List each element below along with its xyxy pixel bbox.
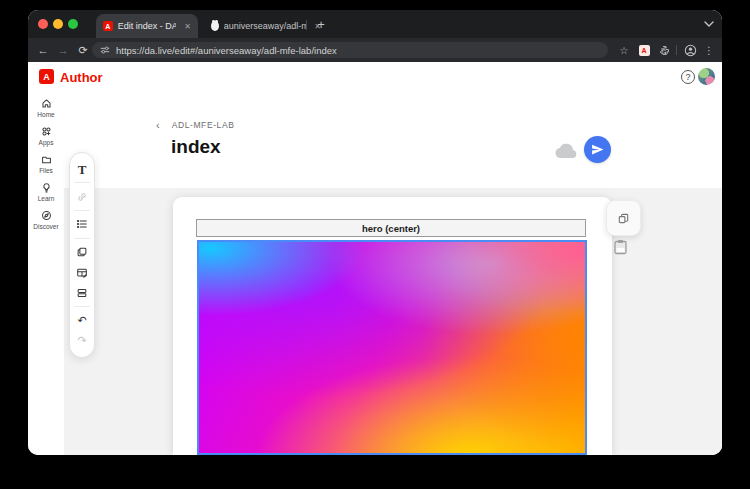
bullet-list-icon [76,218,88,230]
sidebar-item-learn[interactable]: Learn [28,180,64,204]
adobe-extension-icon[interactable]: A [636,38,652,62]
sidebar-item-label: Learn [38,195,55,202]
reload-icon[interactable]: ⟳ [74,38,92,62]
copy-icon [617,212,630,225]
block-header-cell[interactable]: hero (center) [196,219,586,237]
sidebar-item-label: Files [39,167,53,174]
section-rows-icon [76,287,88,299]
traffic-close-button[interactable] [38,19,48,29]
copy-block-tool-button[interactable] [75,245,89,259]
undo-button[interactable]: ↶ [75,314,89,328]
palette-divider [74,306,90,307]
palette-divider [74,210,90,211]
breadcrumb-folder-link[interactable]: ADL-MFE-LAB [172,120,235,130]
github-favicon [211,21,219,31]
app-header: A Author ? [28,62,722,92]
edit-tools-palette: T ↶ ↷ [69,152,95,358]
close-tab-icon[interactable]: ✕ [184,22,191,31]
bookmark-star-icon[interactable]: ☆ [616,38,632,62]
palette-divider [74,238,90,239]
page-title: index [171,136,221,158]
url-text[interactable]: https://da.live/edit#/auniverseaway/adl-… [116,45,337,56]
save-status-cloud-icon [554,143,579,159]
document-page[interactable]: hero (center) [173,197,612,455]
extensions-puzzle-icon[interactable] [656,38,672,62]
link-icon [76,191,88,203]
address-bar[interactable]: https://da.live/edit#/auniverseaway/adl-… [92,42,608,58]
sidebar-item-home[interactable]: Home [28,96,64,120]
home-icon [41,98,52,109]
tab-strip: A Edit index - DA ✕ auniverseaway/adl-mf… [28,10,722,38]
browser-toolbar: ← → ⟳ https://da.live/edit#/auniverseawa… [28,38,722,62]
copy-icon [76,246,88,258]
forward-icon[interactable]: → [54,38,72,62]
folder-icon [41,154,52,165]
sidebar-item-label: Apps [39,139,54,146]
back-icon[interactable]: ← [34,38,52,62]
breadcrumb: ‹ ADL-MFE-LAB [156,119,234,131]
list-tool-button[interactable] [75,217,89,231]
paper-plane-icon [591,143,604,156]
copy-block-action-button[interactable] [606,200,641,236]
paste-clipboard-icon[interactable] [613,239,628,255]
section-tool-button[interactable] [75,286,89,300]
sidebar-item-label: Discover [33,223,58,230]
traffic-minimize-button[interactable] [53,19,63,29]
tab-title: auniverseaway/adl-mfe-lab [224,21,307,31]
hero-gradient-image-selected[interactable] [197,240,587,455]
app-brand-title: Author [60,70,103,85]
help-icon[interactable]: ? [681,70,695,84]
adobe-logo-icon[interactable]: A [39,69,54,84]
back-chevron-icon[interactable]: ‹ [156,119,160,131]
apps-icon [41,126,52,137]
browser-profile-icon[interactable] [682,38,698,62]
tab-github-repo[interactable]: auniverseaway/adl-mfe-lab ✕ [204,14,328,38]
redo-button[interactable]: ↷ [75,334,89,348]
app-main: Home Apps Files Learn Discover T [28,92,722,455]
toolbar-divider [676,45,677,55]
publish-send-button[interactable] [584,136,611,163]
tab-search-chevron-icon[interactable] [700,16,718,32]
palette-divider [74,182,90,183]
adobe-da-favicon: A [103,21,113,31]
tab-divider [306,20,307,30]
new-tab-button[interactable]: + [312,15,330,33]
sidebar-item-apps[interactable]: Apps [28,124,64,148]
compass-icon [41,210,52,221]
sidebar-item-discover[interactable]: Discover [28,208,64,232]
table-tool-button[interactable] [75,266,89,280]
tab-title: Edit index - DA [118,21,177,31]
sidebar-item-files[interactable]: Files [28,152,64,176]
text-style-tool-button[interactable]: T [75,162,89,176]
left-nav-rail: Home Apps Files Learn Discover [28,96,64,232]
table-edit-icon [76,267,88,279]
user-avatar[interactable] [698,68,715,85]
traffic-zoom-button[interactable] [68,19,78,29]
browser-window: A Edit index - DA ✕ auniverseaway/adl-mf… [28,10,722,455]
lightbulb-icon [41,182,52,193]
link-tool-button[interactable] [75,190,89,204]
browser-menu-kebab-icon[interactable]: ⋮ [702,38,716,62]
tab-edit-index[interactable]: A Edit index - DA ✕ [96,14,198,38]
site-settings-tune-icon[interactable] [100,45,110,55]
sidebar-item-label: Home [37,111,54,118]
